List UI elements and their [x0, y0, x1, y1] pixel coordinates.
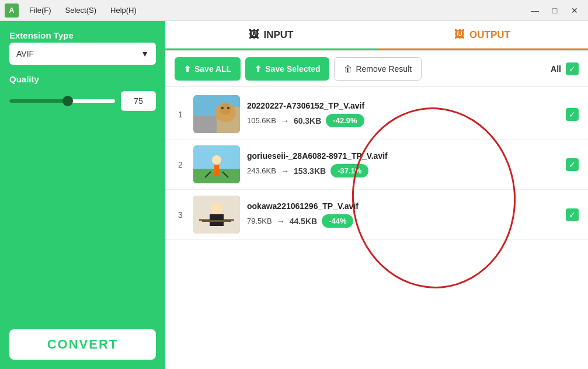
toolbar: ⬆ Save ALL ⬆ Save Selected 🗑 Remove Resu… [165, 51, 588, 87]
save-selected-label: Save Selected [265, 64, 320, 74]
quality-row: 75 [9, 91, 156, 111]
main-layout: Extension Type AVIF ▼ Quality 75 CONVERT [0, 21, 588, 369]
save-selected-button[interactable]: ⬆ Save Selected [245, 57, 329, 81]
titlebar-left: A File(F) Select(S) Help(H) [5, 4, 140, 18]
convert-button[interactable]: CONVERT [9, 329, 156, 360]
svg-point-4 [220, 103, 231, 115]
row-checkbox[interactable]: ✓ [566, 158, 579, 171]
close-button[interactable]: ✕ [566, 4, 583, 18]
thumbnail [193, 196, 240, 234]
quality-label: Quality [9, 74, 156, 84]
file-name: goriueseii-_28A6082-8971_TP_V.avif [247, 151, 559, 161]
select-all-checkbox[interactable]: ✓ [566, 62, 579, 75]
table-row: 2 goriueseii-_28A6082-8971_TP_V.avif [165, 140, 588, 190]
output-tab-icon: 🖼 [454, 29, 465, 41]
size-original: 79.5KB [247, 217, 272, 225]
save-all-icon: ⬆ [184, 64, 191, 74]
extension-dropdown[interactable]: AVIF ▼ [9, 43, 156, 65]
size-original: 243.6KB [247, 166, 276, 175]
svg-point-9 [212, 155, 221, 165]
file-name: ookawa221061296_TP_V.avif [247, 201, 559, 211]
row-checkbox[interactable]: ✓ [566, 208, 579, 221]
titlebar-right: — □ ✕ [526, 4, 583, 18]
svg-point-5 [221, 107, 224, 109]
file-info: ookawa221061296_TP_V.avif 79.5KB → 44.5K… [247, 201, 559, 228]
size-new: 153.3KB [294, 166, 326, 176]
trash-icon: 🗑 [344, 64, 352, 74]
svg-rect-10 [214, 165, 219, 175]
minimize-button[interactable]: — [526, 4, 544, 18]
file-name: 20220227-A7306152_TP_V.avif [247, 101, 559, 110]
size-new: 44.5KB [290, 217, 317, 226]
size-new: 60.3KB [294, 116, 321, 126]
sidebar: Extension Type AVIF ▼ Quality 75 CONVERT [0, 21, 165, 369]
menu-help[interactable]: Help(H) [107, 5, 140, 16]
remove-result-button[interactable]: 🗑 Remove Result [334, 57, 422, 81]
quality-section: Quality 75 [9, 74, 156, 111]
content-area: 🖼 INPUT 🖼 OUTPUT ⬆ Save ALL ⬆ Save Selec… [165, 21, 588, 369]
save-all-label: Save ALL [194, 64, 231, 74]
quality-input[interactable]: 75 [121, 91, 156, 111]
reduction-badge: -37.1% [330, 164, 368, 177]
remove-label: Remove Result [356, 64, 412, 74]
arrow-icon: → [281, 166, 289, 176]
file-list: 1 20220227-A7306152_TP_V.a [165, 87, 588, 369]
slider-track [9, 99, 68, 103]
thumbnail [193, 145, 240, 183]
row-number: 1 [175, 110, 186, 119]
row-checkbox[interactable]: ✓ [566, 108, 579, 121]
tab-input[interactable]: 🖼 INPUT [165, 21, 377, 50]
file-info: goriueseii-_28A6082-8971_TP_V.avif 243.6… [247, 151, 559, 177]
arrow-icon: → [281, 116, 289, 126]
svg-point-6 [227, 107, 229, 109]
input-tab-icon: 🖼 [249, 29, 259, 41]
table-row: 1 20220227-A7306152_TP_V.a [165, 89, 588, 140]
file-sizes: 79.5KB → 44.5KB -44% [247, 214, 559, 228]
table-row: 3 ookawa221061296_TP_V.avif 79.5KB [165, 190, 588, 240]
svg-rect-17 [202, 220, 231, 222]
thumbnail [193, 95, 240, 133]
app-icon: A [5, 4, 19, 18]
maximize-button[interactable]: □ [546, 4, 563, 18]
extension-type-section: Extension Type AVIF ▼ [9, 30, 156, 65]
svg-rect-1 [193, 116, 217, 133]
menu-select[interactable]: Select(S) [62, 5, 100, 16]
save-all-button[interactable]: ⬆ Save ALL [175, 57, 241, 81]
slider-thumb[interactable] [62, 96, 73, 106]
extension-value: AVIF [16, 49, 34, 58]
chevron-down-icon: ▼ [141, 49, 149, 58]
row-number: 3 [175, 210, 186, 220]
arrow-icon: → [277, 217, 285, 226]
tab-output[interactable]: 🖼 OUTPUT [377, 21, 588, 50]
all-label: All [551, 64, 561, 74]
extension-label: Extension Type [9, 30, 156, 40]
tabs: 🖼 INPUT 🖼 OUTPUT [165, 21, 588, 51]
reduction-badge: -44% [322, 214, 353, 228]
tab-input-label: INPUT [264, 29, 294, 41]
quality-slider[interactable] [9, 99, 115, 103]
tab-output-label: OUTPUT [469, 29, 510, 41]
svg-point-15 [211, 203, 222, 214]
row-number: 2 [175, 160, 186, 169]
save-selected-icon: ⬆ [255, 64, 262, 74]
file-info: 20220227-A7306152_TP_V.avif 105.6KB → 60… [247, 101, 559, 127]
reduction-badge: -42.9% [326, 114, 364, 127]
file-sizes: 243.6KB → 153.3KB -37.1% [247, 164, 559, 177]
menu-file[interactable]: File(F) [26, 5, 55, 16]
file-sizes: 105.6KB → 60.3KB -42.9% [247, 114, 559, 127]
size-original: 105.6KB [247, 116, 276, 125]
titlebar: A File(F) Select(S) Help(H) — □ ✕ [0, 0, 588, 21]
